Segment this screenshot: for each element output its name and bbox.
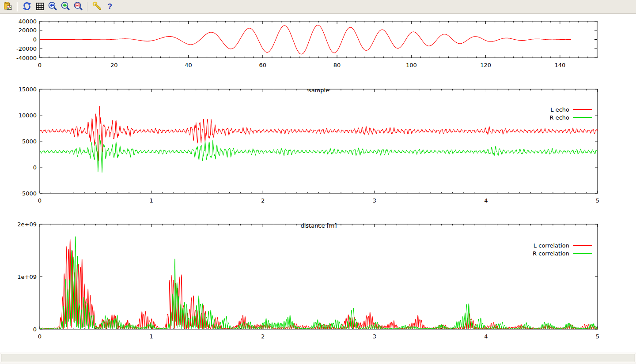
- x-axis-label-sample: sample: [40, 87, 598, 94]
- y-tick-label: 10000: [19, 112, 37, 119]
- series-line-r-echo: [40, 135, 598, 172]
- legend-line-sample: [573, 117, 592, 118]
- x-tick-label: 4: [484, 197, 488, 204]
- y-tick-label: -5000: [20, 190, 37, 197]
- echo-legend: L echo R echo: [549, 105, 592, 121]
- y-tick-label: -20000: [16, 45, 37, 52]
- zoom-next-button[interactable]: [59, 1, 71, 13]
- x-tick-label: 5: [596, 197, 599, 204]
- x-tick-label: 60: [259, 62, 267, 68]
- grid-icon: [35, 1, 45, 12]
- series-line-r-correlation: [40, 236, 598, 329]
- legend-label: L echo: [550, 106, 569, 113]
- legend-label: R echo: [549, 114, 569, 121]
- x-tick-label: 0: [38, 197, 42, 204]
- x-tick-label: 5: [596, 333, 599, 340]
- chart-0: 020406080100120140-40000-200000200004000…: [16, 18, 597, 69]
- magnifier-back-icon: [48, 1, 57, 12]
- y-tick-label: 0: [33, 326, 37, 333]
- x-tick-label: 140: [554, 62, 565, 68]
- x-axis-label-distance-echo: distance [m]: [40, 222, 598, 229]
- x-tick-label: 2: [261, 333, 265, 340]
- legend-label: L correlation: [534, 242, 569, 249]
- chart-1: 012345-5000050001000015000: [19, 86, 600, 204]
- series-line-pulse: [40, 25, 571, 54]
- plot-frame: [40, 21, 597, 58]
- toolbar-separator: [17, 2, 18, 11]
- chart-2: 01234501e+092e+09: [17, 221, 599, 340]
- x-tick-label: 120: [480, 62, 491, 68]
- x-tick-label: 3: [373, 333, 376, 340]
- gnuplot-window: ? 020406080100120140-40000-2000002000040…: [0, 0, 636, 364]
- plot-area[interactable]: 020406080100120140-40000-200000200004000…: [0, 14, 636, 353]
- x-tick-label: 40: [185, 62, 192, 68]
- x-tick-label: 3: [373, 197, 376, 204]
- question-mark-icon: ?: [107, 2, 112, 11]
- legend-label: R correlation: [533, 250, 569, 257]
- wrench-icon: [92, 1, 102, 12]
- legend-entry: L correlation: [534, 241, 592, 249]
- y-tick-label: 40000: [19, 18, 37, 25]
- zoom-previous-button[interactable]: [46, 1, 58, 13]
- x-tick-label: 4: [484, 333, 488, 340]
- x-tick-label: 80: [333, 62, 341, 68]
- clipboard-chart-icon: [3, 1, 13, 12]
- toolbar: ?: [0, 0, 636, 14]
- configure-button[interactable]: [91, 1, 103, 13]
- help-button[interactable]: ?: [104, 1, 116, 13]
- magnifier-fit-icon: [73, 1, 83, 12]
- legend-line-sample: [573, 253, 592, 254]
- plot-frame: [40, 224, 598, 329]
- legend-entry: R correlation: [533, 249, 592, 257]
- plots-canvas[interactable]: 020406080100120140-40000-200000200004000…: [0, 14, 636, 353]
- y-tick-label: 2e+09: [17, 221, 37, 228]
- series-line-l-correlation: [40, 239, 598, 329]
- refresh-icon: [22, 1, 32, 12]
- correlation-legend: L correlation R correlation: [533, 241, 592, 257]
- y-tick-label: 0: [33, 36, 37, 43]
- x-tick-label: 0: [38, 333, 42, 340]
- x-tick-label: 2: [261, 197, 265, 204]
- status-bar: [0, 353, 636, 364]
- copy-to-clipboard-button[interactable]: [2, 1, 14, 13]
- status-bar-text: [1, 354, 635, 362]
- plot-frame: [40, 89, 598, 193]
- legend-line-sample: [573, 245, 592, 246]
- legend-entry: L echo: [550, 105, 592, 113]
- legend-line-sample: [573, 109, 592, 110]
- y-tick-label: 5000: [22, 138, 37, 145]
- toolbar-separator: [87, 2, 88, 11]
- y-tick-label: -40000: [16, 55, 37, 61]
- x-tick-label: 20: [110, 62, 118, 68]
- replot-button[interactable]: [21, 1, 33, 13]
- y-tick-label: 20000: [19, 27, 37, 34]
- toggle-grid-button[interactable]: [34, 1, 45, 13]
- y-tick-label: 15000: [19, 86, 37, 93]
- x-tick-label: 1: [149, 197, 153, 204]
- x-tick-label: 100: [406, 62, 417, 68]
- x-tick-label: 1: [149, 333, 153, 340]
- y-tick-label: 0: [33, 164, 37, 171]
- autoscale-button[interactable]: [72, 1, 84, 13]
- magnifier-forward-icon: [61, 1, 70, 12]
- legend-entry: R echo: [549, 113, 592, 121]
- x-tick-label: 0: [38, 62, 42, 68]
- y-tick-label: 1e+09: [17, 274, 37, 280]
